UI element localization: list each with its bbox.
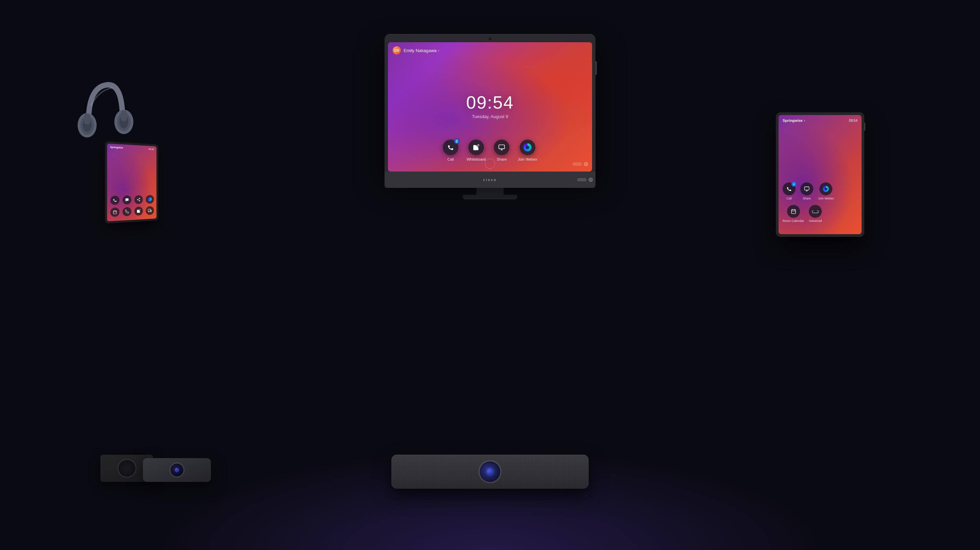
clock-time: 09:54 — [466, 92, 514, 113]
svg-rect-15 — [148, 209, 150, 211]
clock-date: Tuesday, August 9 — [466, 114, 514, 119]
video-bar-frame — [391, 455, 589, 489]
svg-rect-19 — [499, 145, 504, 149]
call-button[interactable]: 2 — [443, 140, 458, 155]
svg-rect-7 — [121, 111, 127, 121]
tl-app-call[interactable] — [110, 196, 119, 205]
tl-app-btn2[interactable] — [123, 195, 131, 204]
svg-point-9 — [137, 199, 138, 200]
tablet-time: 09:54 — [849, 119, 858, 123]
video-bar-center — [391, 455, 589, 489]
webcam-left — [143, 458, 211, 482]
cisco-logo: cisco — [483, 178, 497, 182]
tl-app-btn7[interactable] — [134, 207, 143, 216]
monitor-indicator-1 — [577, 178, 587, 182]
svg-rect-22 — [804, 187, 809, 190]
tablet-app-share: Share — [800, 182, 813, 200]
tablet-right-screen: Springwise › 09:54 2 — [778, 115, 862, 234]
svg-point-10 — [139, 200, 140, 201]
whiteboard-button[interactable] — [468, 140, 484, 155]
home-button[interactable] — [485, 159, 495, 169]
monitor-bottom-bar: cisco — [385, 172, 595, 188]
app-item-share: Share — [494, 140, 509, 161]
svg-marker-16 — [150, 210, 151, 211]
user-avatar: EN — [393, 46, 401, 54]
whiteboard-label: Whiteboard — [466, 157, 485, 161]
webex-button[interactable] — [520, 140, 535, 155]
tablet-call-badge: 2 — [791, 182, 796, 187]
screen-apps: 2 Call Whiteboard — [443, 140, 537, 161]
svg-rect-31 — [813, 210, 817, 213]
webex-icon — [523, 143, 531, 151]
tablet-app-call: 2 Call — [783, 182, 795, 200]
app-item-webex: Join Webex — [517, 140, 537, 161]
status-indicator — [572, 163, 582, 166]
svg-rect-11 — [113, 210, 116, 214]
svg-point-17 — [148, 211, 149, 212]
tablet-calendar-label: Room Calendar — [783, 219, 804, 223]
tablet-voicemail-label: Voicemail — [809, 219, 822, 223]
tl-app-btn3[interactable] — [134, 195, 143, 204]
monitor-camera — [488, 37, 492, 40]
monitor-stand-base — [463, 194, 517, 199]
tl-app-btn8[interactable] — [146, 206, 154, 215]
monitor-screen: EN Emily Nakagawa › 09:54 Tuesday, Augus… — [388, 42, 592, 172]
webcam-left-lens — [170, 464, 183, 477]
tablet-call-label: Call — [786, 197, 792, 200]
webcam-left-frame — [143, 458, 211, 482]
webex-label: Join Webex — [517, 157, 537, 161]
screen-status-right — [572, 162, 588, 166]
svg-rect-25 — [791, 210, 795, 214]
svg-rect-6 — [84, 114, 90, 124]
tablet-share-button[interactable] — [800, 182, 813, 195]
tablet-apps-row1: 2 Call — [783, 182, 858, 200]
video-bar-lens — [480, 462, 500, 482]
tablet-share-label: Share — [803, 197, 811, 200]
share-label: Share — [497, 157, 507, 161]
tablet-app-voicemail: Voicemail — [809, 205, 822, 223]
chevron-right-icon: › — [438, 48, 439, 53]
tablet-webex-button[interactable] — [819, 182, 832, 195]
monitor-stand-top — [476, 188, 504, 194]
tablet-right-apps: 2 Call — [783, 182, 858, 227]
screen-header: EN Emily Nakagawa › — [393, 46, 439, 54]
tablet-voicemail-button[interactable] — [809, 205, 822, 218]
tablet-call-button[interactable]: 2 — [783, 182, 795, 195]
user-name: Emily Nakagawa › — [404, 48, 439, 53]
screen-clock: 09:54 Tuesday, August 9 — [466, 92, 514, 119]
svg-point-18 — [150, 211, 151, 212]
status-circle — [584, 162, 588, 166]
headphones-device — [75, 75, 136, 170]
call-label: Call — [447, 157, 454, 161]
monitor-side-button[interactable] — [595, 61, 597, 75]
share-button[interactable] — [494, 140, 509, 155]
app-item-call: 2 Call — [443, 140, 458, 161]
tablet-chevron-icon: › — [804, 118, 805, 123]
tablet-right: Springwise › 09:54 2 — [776, 112, 864, 237]
tablet-org-name: Springwise › — [783, 118, 805, 123]
tablet-calendar-button[interactable] — [787, 205, 800, 218]
tl-app-btn5[interactable] — [110, 207, 119, 217]
tablet-app-webex: Join Webex — [818, 182, 834, 200]
svg-point-8 — [139, 198, 140, 199]
monitor-indicator-2[interactable] — [589, 178, 593, 182]
app-item-whiteboard: Whiteboard — [466, 140, 485, 161]
tl-app-btn4[interactable] — [146, 195, 154, 204]
tl-app-btn6[interactable] — [123, 207, 131, 216]
tablet-webex-label: Join Webex — [818, 197, 834, 200]
tablet-right-header: Springwise › 09:54 — [783, 118, 858, 123]
tablet-side-button[interactable] — [864, 123, 865, 131]
tablet-apps-row2: Room Calendar Voicemail — [783, 205, 858, 223]
tablet-left-time: 09:54 — [148, 148, 154, 151]
call-badge: 2 — [454, 139, 460, 144]
tablet-app-calendar: Room Calendar — [783, 205, 804, 223]
monitor-bottom-side — [577, 178, 593, 182]
main-monitor: EN Emily Nakagawa › 09:54 Tuesday, Augus… — [385, 34, 595, 199]
